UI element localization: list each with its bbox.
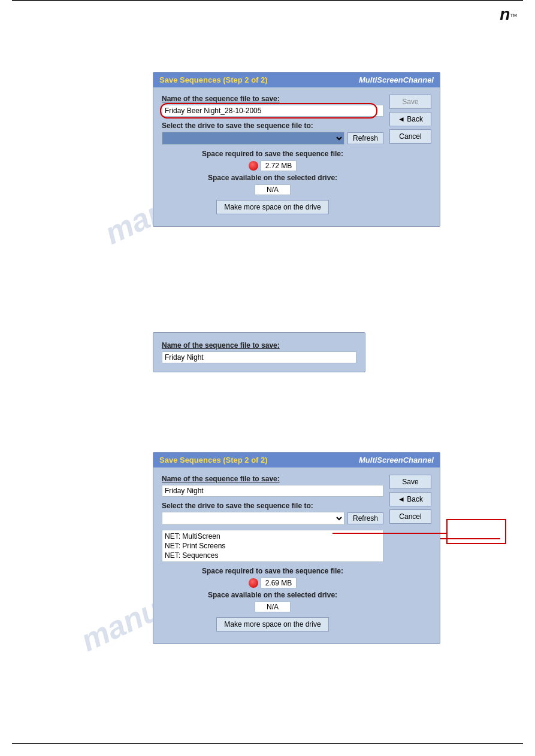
dialog3-back-button[interactable]: ◄ Back — [389, 492, 431, 506]
dialog3-name-label: Name of the sequence file to save: — [162, 475, 383, 483]
dialog1-drive-label: Select the drive to save the sequence fi… — [162, 122, 383, 130]
dialog3-make-space-button[interactable]: Make more space on the drive — [216, 617, 328, 631]
dialog3-space-avail-row: N/A — [162, 602, 383, 612]
dialog1-drive-row: Refresh — [162, 132, 383, 145]
dialog3-space-avail-label: Space available on the selected drive: — [162, 591, 383, 599]
dialog1-title: Save Sequences (Step 2 of 2) — [159, 75, 268, 84]
dialog1-cancel-button[interactable]: Cancel — [389, 129, 431, 144]
dialog1-save-button[interactable]: Save — [389, 95, 431, 109]
dialog1-body: Name of the sequence file to save: Selec… — [153, 87, 440, 226]
logo: nTM — [500, 6, 517, 23]
dialog1-space-avail-label: Space available on the selected drive: — [162, 174, 383, 182]
dialog1-refresh-button[interactable]: Refresh — [347, 132, 383, 144]
dialog1-main: Name of the sequence file to save: Selec… — [162, 95, 383, 219]
dialog1-drive-select[interactable] — [162, 132, 344, 145]
bottom-bar — [12, 743, 523, 744]
top-bar: nTM — [12, 0, 523, 23]
dialog3-space-avail-value: N/A — [255, 602, 291, 612]
dialog1-space-avail-row: N/A — [162, 184, 383, 195]
dialog3-header: Save Sequences (Step 2 of 2) MultiScreen… — [153, 453, 440, 467]
dialog1-space-req-value: 2.72 MB — [261, 160, 297, 171]
dialog3-drive-row: Refresh — [162, 512, 383, 525]
dialog3-brand-normal: Channel — [403, 456, 434, 464]
dialog1-brand-normal: Channel — [403, 75, 434, 84]
logo-tm: TM — [510, 13, 517, 18]
dialog3-brand-italic: MultiScreen — [359, 456, 403, 464]
dialog1-space-avail-value: N/A — [255, 184, 291, 195]
dialog3-brand: MultiScreenChannel — [359, 456, 434, 464]
dialog3-body: Name of the sequence file to save: Selec… — [153, 467, 440, 643]
dialog3-name-input[interactable] — [162, 485, 383, 497]
dialog3-title: Save Sequences (Step 2 of 2) — [159, 456, 268, 464]
dialog1-name-label: Name of the sequence file to save: — [162, 95, 383, 103]
dialog3-refresh-button[interactable]: Refresh — [347, 512, 383, 524]
dialog3-space-req-value: 2.69 MB — [261, 578, 297, 588]
dialog1-back-button[interactable]: ◄ Back — [389, 112, 431, 126]
dialog3-cancel-button[interactable]: Cancel — [389, 509, 431, 524]
dialog1-space-req-label: Space required to save the sequence file… — [162, 150, 383, 158]
dialog1-brand: MultiScreenChannel — [359, 75, 434, 84]
dialog3-dropdown-list[interactable]: NET: MultiScreen NET: Print Screens NET:… — [162, 530, 383, 562]
dialog-section2: Name of the sequence file to save: — [153, 332, 365, 372]
dialog3-space-req-row: 2.69 MB — [162, 578, 383, 588]
dialog3-drive-label: Select the drive to save the sequence fi… — [162, 502, 383, 510]
dialog1-side: Save ◄ Back Cancel — [389, 95, 431, 219]
dialog3-side: Save ◄ Back Cancel — [389, 475, 431, 636]
dialog1-space-section: Space required to save the sequence file… — [162, 150, 383, 214]
dialog1-space-req-row: 2.72 MB — [162, 160, 383, 171]
dropdown-item-1[interactable]: NET: Print Screens — [165, 541, 380, 551]
dialog2-name-input[interactable] — [162, 351, 356, 363]
dialog1-header: Save Sequences (Step 2 of 2) MultiScreen… — [153, 72, 440, 87]
dialog-section1: Save Sequences (Step 2 of 2) MultiScreen… — [153, 72, 440, 227]
dialog-section3: Save Sequences (Step 2 of 2) MultiScreen… — [153, 452, 440, 644]
dialog1-make-space-button[interactable]: Make more space on the drive — [216, 200, 328, 214]
dialog3-main: Name of the sequence file to save: Selec… — [162, 475, 383, 636]
dialog1-name-input[interactable] — [162, 105, 383, 117]
dialog3-space-req-label: Space required to save the sequence file… — [162, 567, 383, 575]
dialog2-name-label: Name of the sequence file to save: — [162, 341, 356, 350]
red-dot-icon-2 — [249, 578, 258, 588]
logo-letter: n — [500, 5, 510, 23]
dialog3-save-button[interactable]: Save — [389, 475, 431, 489]
dropdown-item-0[interactable]: NET: MultiScreen — [165, 532, 380, 541]
arrow-box — [446, 519, 506, 544]
dropdown-item-2[interactable]: NET: Sequences — [165, 551, 380, 560]
dialog2-body: Name of the sequence file to save: — [153, 333, 365, 372]
dialog3-space-section: Space required to save the sequence file… — [162, 567, 383, 631]
dialog3-drive-select[interactable] — [162, 512, 344, 525]
red-dot-icon — [249, 161, 258, 171]
dialog1-brand-italic: MultiScreen — [359, 75, 403, 84]
